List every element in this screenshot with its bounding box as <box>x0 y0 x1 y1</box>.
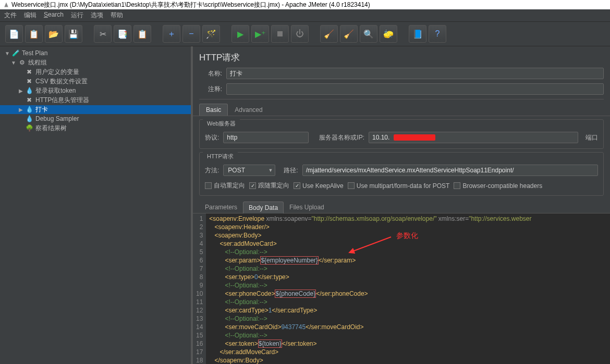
tab-body-data[interactable]: Body Data <box>243 202 284 214</box>
tab-files-upload[interactable]: Files Upload <box>284 201 330 213</box>
tree-icon: ⚙ <box>18 58 26 67</box>
tree-icon: 💧 <box>25 105 33 114</box>
title-bar: Webservice接口.jmx (D:\MyData\xietian1\Des… <box>0 0 610 9</box>
tree-icon: ✖ <box>25 77 33 85</box>
webserver-title: Web服务器 <box>203 119 240 129</box>
tab-basic[interactable]: Basic <box>199 104 228 116</box>
tree-icon: 🌳 <box>25 124 33 132</box>
tree-icon: ✖ <box>25 68 33 76</box>
body-data-editor[interactable]: 12345678910111213141516171819 参数化 <soape… <box>193 214 610 364</box>
stop-button[interactable]: ⏹ <box>271 25 289 43</box>
cut-button[interactable]: ✂ <box>94 25 112 43</box>
path-input[interactable] <box>302 165 598 176</box>
comment-input[interactable] <box>226 83 604 95</box>
tree-label: 察看结果树 <box>35 124 67 133</box>
menu-search[interactable]: Search <box>44 11 64 20</box>
window-title: Webservice接口.jmx (D:\MyData\xietian1\Des… <box>11 1 370 9</box>
tree-item[interactable]: 💧Debug Sampler <box>0 115 191 123</box>
check-follow-redirect[interactable]: 跟随重定向 <box>249 181 289 190</box>
tree-label: 用户定义的变量 <box>35 68 79 77</box>
page-title: HTTP请求 <box>193 46 610 66</box>
menu-bar: 文件 编辑 Search 运行 选项 帮助 <box>0 9 610 22</box>
tree-icon: 💧 <box>25 86 33 95</box>
chevron-down-icon: ▼ <box>268 168 273 173</box>
menu-file[interactable]: 文件 <box>4 11 17 20</box>
protocol-label: 协议: <box>205 133 219 142</box>
redacted-ip <box>394 134 435 141</box>
editor-panel: HTTP请求 名称: 注释: Basic Advanced Web服务器 协议:… <box>193 46 610 364</box>
tree-label: 打卡 <box>35 105 48 114</box>
reset-search-button[interactable]: 🧽 <box>380 25 397 43</box>
check-multipart[interactable]: Use multipart/form-data for POST <box>348 182 450 190</box>
clear-button[interactable]: 🧹 <box>320 25 338 43</box>
tree-label: HTTP信息头管理器 <box>35 96 89 105</box>
name-label: 名称: <box>199 69 222 78</box>
menu-run[interactable]: 运行 <box>71 11 83 20</box>
server-label: 服务器名称或IP: <box>319 133 364 142</box>
check-auto-redirect[interactable]: 自动重定向 <box>205 181 245 190</box>
remove-button[interactable]: − <box>182 25 200 43</box>
menu-options[interactable]: 选项 <box>91 11 103 20</box>
start-notimers-button[interactable]: ▶⁺ <box>251 25 269 43</box>
code-body[interactable]: 参数化 <soapenv:Envelope xmlns:soapenv="htt… <box>206 214 610 364</box>
caret-closed-icon[interactable]: ▶ <box>18 88 24 94</box>
tree-item[interactable]: ✖用户定义的变量 <box>0 68 191 77</box>
tab-advanced[interactable]: Advanced <box>228 104 269 116</box>
tree-item[interactable]: ✖HTTP信息头管理器 <box>0 96 191 105</box>
tree-label: CSV 数据文件设置 <box>35 77 88 86</box>
method-value: POST <box>228 167 245 174</box>
name-input[interactable] <box>226 68 604 79</box>
tab-parameters[interactable]: Parameters <box>199 201 243 213</box>
tree-item[interactable]: ▶💧登录获取token <box>0 86 191 95</box>
wand-button[interactable]: 🪄 <box>202 25 220 43</box>
tree-item[interactable]: ✖CSV 数据文件设置 <box>0 77 191 86</box>
tree-item[interactable]: ▼⚙线程组 <box>0 58 191 67</box>
open-button[interactable]: 📂 <box>45 25 63 43</box>
tree-item[interactable]: ▶💧打卡 <box>0 105 191 114</box>
save-button[interactable]: 💾 <box>65 25 82 43</box>
start-button[interactable]: ▶ <box>231 25 249 43</box>
caret-open-icon[interactable]: ▼ <box>10 60 17 66</box>
templates-button[interactable]: 📋 <box>25 25 43 43</box>
comment-label: 注释: <box>199 85 222 94</box>
function-helper-button[interactable]: 📘 <box>409 25 426 43</box>
tree-icon: 💧 <box>25 115 33 123</box>
path-label: 路径: <box>284 166 298 175</box>
httpreq-title: HTTP请求 <box>203 152 238 161</box>
tree-item[interactable]: 🌳察看结果树 <box>0 124 191 133</box>
tree-label: Debug Sampler <box>35 115 79 122</box>
tree-label: 线程组 <box>28 58 47 67</box>
clear-all-button[interactable]: 🧹 <box>340 25 358 43</box>
method-label: 方法: <box>205 166 219 175</box>
tree-icon: 🧪 <box>11 49 20 57</box>
search-button[interactable]: 🔍 <box>360 25 377 43</box>
protocol-input[interactable] <box>223 132 309 143</box>
tree-item[interactable]: ▼🧪Test Plan <box>0 49 191 57</box>
copy-button[interactable]: 📑 <box>114 25 131 43</box>
shutdown-button[interactable]: ⏻ <box>291 25 309 43</box>
caret-open-icon[interactable]: ▼ <box>4 51 10 56</box>
tree-label: Test Plan <box>22 49 47 57</box>
caret-closed-icon[interactable]: ▶ <box>18 107 24 112</box>
tree-label: 登录获取token <box>35 86 76 95</box>
new-button[interactable]: 📄 <box>5 25 23 43</box>
jmeter-icon <box>3 2 9 8</box>
tree-icon: ✖ <box>25 96 33 104</box>
help-button[interactable]: ? <box>429 25 446 43</box>
toolbar: 📄 📋 📂 💾 ✂ 📑 📋 ＋ − 🪄 ▶ ▶⁺ ⏹ ⏻ 🧹 🧹 🔍 🧽 <box>0 22 610 46</box>
code-gutter: 12345678910111213141516171819 <box>193 214 206 364</box>
menu-help[interactable]: 帮助 <box>111 11 123 20</box>
port-label: 端口 <box>585 133 598 142</box>
tree-panel: ▼🧪Test Plan▼⚙线程组✖用户定义的变量✖CSV 数据文件设置▶💧登录获… <box>0 46 193 364</box>
check-keepalive[interactable]: Use KeepAlive <box>294 182 344 190</box>
paste-button[interactable]: 📋 <box>133 25 151 43</box>
menu-edit[interactable]: 编辑 <box>24 11 36 20</box>
method-dropdown[interactable]: POST ▼ <box>223 165 275 176</box>
add-button[interactable]: ＋ <box>163 25 180 43</box>
check-browser-compat[interactable]: Browser-compatible headers <box>454 182 542 190</box>
